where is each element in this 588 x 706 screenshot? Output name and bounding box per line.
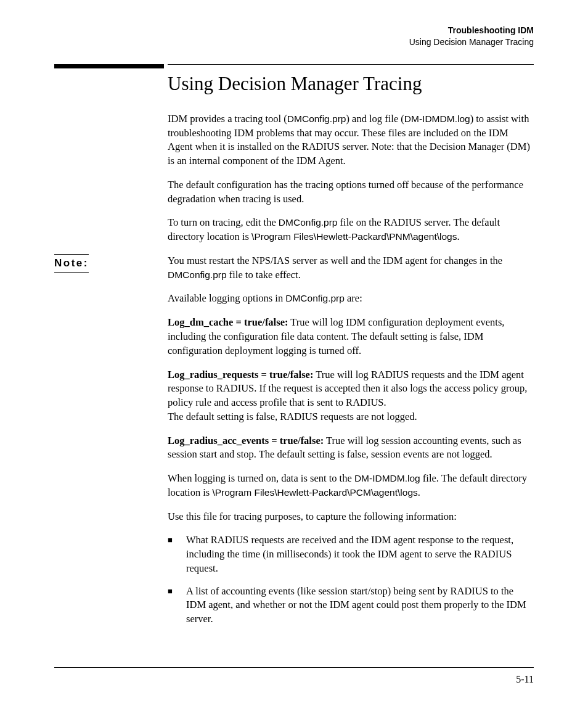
paragraph: Use this file for tracing purposes, to c…: [168, 510, 534, 524]
text: Available logging options in: [168, 292, 285, 304]
note-block: Note: You must restart the NPS/IAS serve…: [54, 254, 534, 282]
filename: DMConfig.prp: [287, 113, 346, 124]
text: are:: [345, 292, 362, 304]
text: The default setting is false, RADIUS req…: [168, 411, 417, 422]
note-label: Note:: [54, 254, 89, 273]
text: ) and log file (: [346, 113, 404, 125]
option-label: Log_radius_requests = true/false:: [168, 369, 313, 380]
text: To turn on tracing, edit the: [168, 216, 279, 228]
body-column: Available logging options in DMConfig.pr…: [168, 292, 534, 626]
note-label-cell: Note:: [54, 254, 168, 282]
paragraph: IDM provides a tracing tool (DMConfig.pr…: [168, 112, 534, 168]
option-paragraph: Log_radius_requests = true/false: True w…: [168, 368, 534, 424]
text: IDM provides a tracing tool (: [168, 113, 287, 125]
page-header: Troubleshooting IDM Using Decision Manag…: [54, 25, 534, 48]
section-container: Using Decision Manager Tracing IDM provi…: [54, 64, 534, 626]
filename: DMConfig.prp: [279, 217, 338, 228]
title-rule-thick: [54, 64, 164, 68]
header-section: Using Decision Manager Tracing: [54, 36, 534, 48]
filename: DMConfig.prp: [285, 293, 345, 303]
header-chapter: Troubleshooting IDM: [54, 25, 534, 36]
page-number: 5-11: [516, 674, 534, 685]
square-bullet-icon: ■: [168, 585, 186, 626]
filepath: \Program Files\Hewlett-Packard\PCM\agent…: [212, 487, 417, 498]
list-item: ■ A list of accounting events (like sess…: [168, 585, 534, 626]
section-title: Using Decision Manager Tracing: [168, 64, 534, 95]
text: When logging is turned on, data is sent …: [168, 472, 354, 484]
square-bullet-icon: ■: [168, 533, 186, 575]
text: file to take effect.: [227, 269, 301, 281]
text: What RADIUS requests are received and th…: [186, 533, 534, 575]
paragraph: Available logging options in DMConfig.pr…: [168, 292, 534, 306]
text: You must restart the NPS/IAS server as w…: [168, 255, 502, 266]
paragraph: To turn on tracing, edit the DMConfig.pr…: [168, 216, 534, 244]
option-label: Log_radius_acc_events = true/false:: [168, 435, 324, 446]
text: .: [418, 486, 420, 498]
paragraph: When logging is turned on, data is sent …: [168, 472, 534, 500]
bullet-list: ■ What RADIUS requests are received and …: [168, 533, 534, 626]
filepath: \Program Files\Hewlett-Packard\PNM\agent…: [251, 231, 457, 242]
list-item: ■ What RADIUS requests are received and …: [168, 533, 534, 575]
footer-rule: [54, 667, 534, 668]
option-paragraph: Log_dm_cache = true/false: True will log…: [168, 316, 534, 358]
option-paragraph: Log_radius_acc_events = true/false: True…: [168, 434, 534, 462]
filename: DM-IDMDM.log: [404, 113, 470, 124]
filename: DMConfig.prp: [168, 269, 227, 280]
text: A list of accounting events (like sessio…: [186, 585, 534, 626]
paragraph: The default configuration has the tracin…: [168, 178, 534, 207]
filename: DM-IDMDM.log: [354, 473, 420, 483]
option-label: Log_dm_cache = true/false:: [168, 316, 288, 328]
body-column: IDM provides a tracing tool (DMConfig.pr…: [168, 112, 534, 244]
text: .: [457, 231, 459, 242]
title-rule-thin: [168, 64, 534, 65]
note-body: You must restart the NPS/IAS server as w…: [168, 254, 534, 282]
